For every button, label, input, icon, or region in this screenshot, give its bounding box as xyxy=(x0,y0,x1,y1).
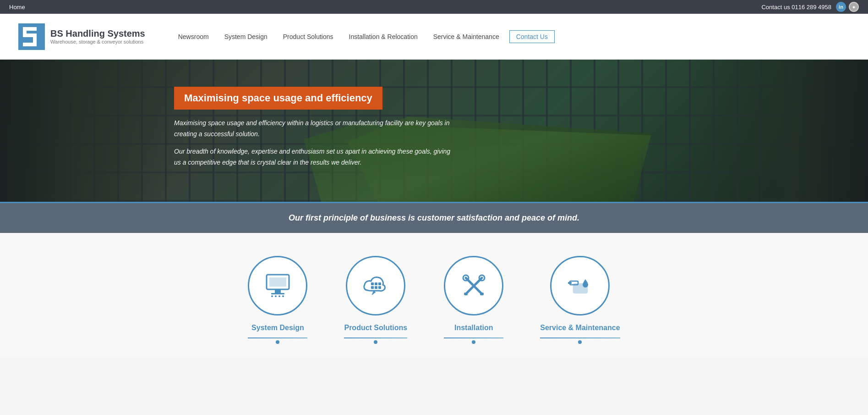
hero-badge: Maximising space usage and efficiency xyxy=(174,87,382,110)
service-dot-service-maintenance xyxy=(578,340,582,344)
service-service-maintenance[interactable]: Service & Maintenance xyxy=(540,256,620,344)
svg-rect-28 xyxy=(568,282,572,284)
tagline-bar: Our first principle of business is custo… xyxy=(0,202,868,233)
system-design-icon xyxy=(263,271,293,301)
nav-newsroom[interactable]: Newsroom xyxy=(173,31,214,43)
service-underline-product-solutions xyxy=(344,338,407,338)
services-section: System Design Product Solutions xyxy=(0,233,868,358)
svg-rect-14 xyxy=(371,282,374,285)
svg-rect-5 xyxy=(23,43,37,46)
svg-point-12 xyxy=(278,295,280,297)
service-circle-installation xyxy=(444,256,503,315)
hero-content: Maximising space usage and efficiency Ma… xyxy=(174,87,458,174)
hero-section: Maximising space usage and efficiency Ma… xyxy=(0,60,868,202)
service-label-service-maintenance: Service & Maintenance xyxy=(540,324,620,332)
service-circle-service-maintenance xyxy=(550,256,610,315)
main-nav: Newsroom System Design Product Solutions… xyxy=(173,30,555,43)
top-bar: Home Contact us 0116 289 4958 in ● xyxy=(0,0,868,14)
brand-name: BS Handling Systems xyxy=(50,28,145,39)
svg-rect-17 xyxy=(371,286,374,289)
google-icon[interactable]: ● xyxy=(849,2,859,12)
header: BS Handling Systems Warehouse, storage &… xyxy=(0,14,868,60)
svg-rect-16 xyxy=(378,282,381,285)
svg-rect-9 xyxy=(271,293,284,294)
social-icons: in ● xyxy=(836,2,859,12)
logo-icon xyxy=(18,23,45,50)
service-underline-system-design xyxy=(248,338,307,338)
nav-system-design[interactable]: System Design xyxy=(219,31,273,43)
contact-phone: Contact us 0116 289 4958 xyxy=(761,4,831,11)
svg-rect-8 xyxy=(275,289,281,293)
service-circle-product-solutions xyxy=(346,256,405,315)
service-underline-installation xyxy=(444,338,503,338)
nav-product-solutions[interactable]: Product Solutions xyxy=(278,31,339,43)
service-dot-system-design xyxy=(276,340,279,344)
service-dot-product-solutions xyxy=(374,340,377,344)
linkedin-icon[interactable]: in xyxy=(836,2,846,12)
svg-rect-15 xyxy=(375,282,377,285)
service-label-system-design: System Design xyxy=(251,324,304,332)
svg-rect-3 xyxy=(23,33,37,37)
service-system-design[interactable]: System Design xyxy=(248,256,307,344)
service-installation[interactable]: Installation xyxy=(444,256,503,344)
service-dot-installation xyxy=(472,340,475,344)
product-solutions-icon xyxy=(361,271,391,301)
service-underline-service-maintenance xyxy=(540,338,620,338)
svg-point-10 xyxy=(271,295,273,297)
svg-point-13 xyxy=(282,295,284,297)
svg-rect-7 xyxy=(269,277,286,287)
brand-tagline: Warehouse, storage & conveyor solutions xyxy=(50,39,145,45)
tagline-text: Our first principle of business is custo… xyxy=(289,213,579,222)
service-label-installation: Installation xyxy=(454,324,493,332)
hero-para1: Maximising space usage and efficiency wi… xyxy=(174,118,458,140)
service-label-product-solutions: Product Solutions xyxy=(344,324,407,332)
home-link[interactable]: Home xyxy=(9,4,25,11)
nav-installation-relocation[interactable]: Installation & Relocation xyxy=(344,31,423,43)
hero-para2: Our breadth of knowledge, expertise and … xyxy=(174,146,458,168)
svg-rect-25 xyxy=(480,293,484,295)
service-product-solutions[interactable]: Product Solutions xyxy=(344,256,407,344)
svg-point-11 xyxy=(275,295,277,297)
logo-area[interactable]: BS Handling Systems Warehouse, storage &… xyxy=(18,23,145,50)
nav-service-maintenance[interactable]: Service & Maintenance xyxy=(428,31,505,43)
service-circle-system-design xyxy=(248,256,307,315)
svg-rect-18 xyxy=(375,286,377,289)
svg-rect-24 xyxy=(464,293,468,295)
svg-rect-19 xyxy=(378,286,381,289)
nav-contact-us[interactable]: Contact Us xyxy=(509,30,555,43)
service-maintenance-icon xyxy=(565,271,595,301)
installation-icon xyxy=(459,271,489,301)
